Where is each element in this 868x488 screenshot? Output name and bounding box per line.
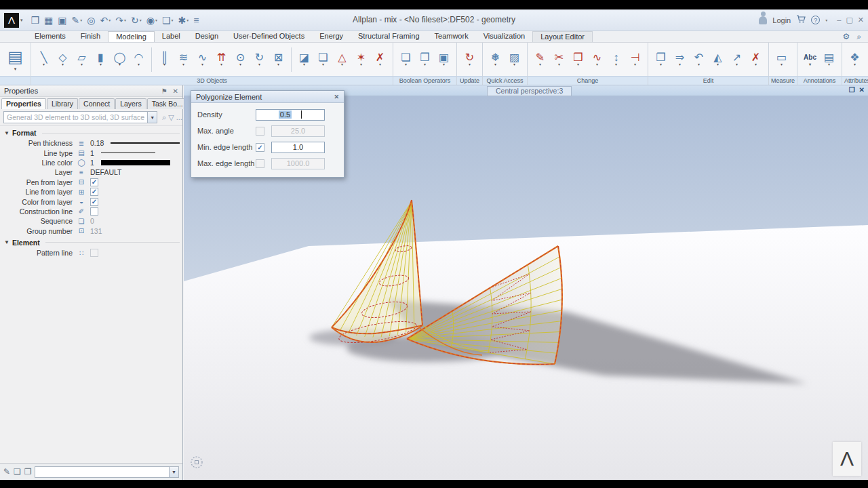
view-icon[interactable]: ◉▾: [145, 13, 159, 28]
plane-3d-icon-dropdown[interactable]: ▾: [81, 63, 83, 66]
edit-pencil-icon-dropdown[interactable]: ▾: [539, 63, 541, 66]
copy-icon-dropdown[interactable]: ▾: [660, 63, 662, 66]
measure-ruler-icon-dropdown[interactable]: ▾: [781, 63, 783, 66]
loft-surface-icon-dropdown[interactable]: ▾: [182, 63, 184, 66]
launcher-dropdown-icon[interactable]: ▾: [14, 66, 17, 72]
extrude-icon-dropdown[interactable]: ▾: [220, 63, 222, 66]
extrude-icon[interactable]: ⇈▾: [212, 46, 231, 73]
measure-ruler-icon[interactable]: ▭▾: [772, 46, 791, 73]
favorite-dropdown-icon[interactable]: ▼: [169, 467, 178, 477]
tab-label[interactable]: Label: [155, 31, 188, 42]
attributes-tag-icon[interactable]: ❖▾: [846, 46, 864, 73]
property-checkbox[interactable]: [90, 207, 98, 216]
freeform-3d-icon-dropdown[interactable]: ▾: [138, 63, 140, 66]
dialog-title-bar[interactable]: Polygonize Element ✕: [191, 91, 344, 103]
open-project-icon[interactable]: ❒: [30, 13, 41, 28]
join-elements-icon-dropdown[interactable]: ▾: [558, 63, 560, 66]
edit-pencil-icon[interactable]: ✎▾: [531, 46, 549, 73]
ribbon-launcher[interactable]: ▤▾: [0, 43, 31, 85]
tab-visualization[interactable]: Visualization: [476, 31, 533, 42]
cut-solid-icon[interactable]: ◪▾: [295, 46, 313, 73]
rotate-icon-dropdown[interactable]: ▾: [698, 63, 700, 66]
property-value[interactable]: 0.18: [90, 139, 104, 147]
copy-icon[interactable]: ❐▾: [652, 46, 670, 73]
line-3d-icon-dropdown[interactable]: ▾: [43, 63, 45, 66]
polygonize-element-icon-dropdown[interactable]: ▾: [341, 63, 343, 66]
loft-surface-icon[interactable]: ≋▾: [174, 46, 193, 73]
move-icon-dropdown[interactable]: ▾: [679, 63, 681, 66]
modify-solid-icon-dropdown[interactable]: ▾: [322, 63, 324, 66]
union-solids-icon[interactable]: ❏▾: [397, 46, 415, 73]
dialog-checkbox[interactable]: [256, 159, 264, 168]
spline-3d-icon[interactable]: ∿▾: [193, 46, 212, 73]
shop-cart-icon[interactable]: [796, 15, 806, 25]
close-button[interactable]: ✕: [858, 16, 864, 24]
text-abc-icon-dropdown[interactable]: ▾: [809, 63, 811, 66]
undo-icon[interactable]: ↶▾: [99, 13, 113, 28]
property-checkbox[interactable]: ✓: [90, 188, 98, 196]
legend-icon[interactable]: ▤▾: [820, 46, 838, 73]
legend-icon-dropdown[interactable]: ▾: [828, 63, 830, 66]
favorite-combo[interactable]: ▼: [35, 466, 179, 478]
line-color-swatch[interactable]: [101, 160, 170, 165]
adjust-polyline-icon-dropdown[interactable]: ▾: [596, 63, 598, 66]
tab-layout-editor[interactable]: Layout Editor: [532, 31, 593, 42]
mirror-icon-dropdown[interactable]: ▾: [717, 63, 719, 66]
revolve-icon-dropdown[interactable]: ▾: [239, 63, 241, 66]
settings-gear-icon[interactable]: ⚙: [843, 32, 850, 41]
panel-tab-library[interactable]: Library: [47, 98, 78, 109]
panel-tab-properties[interactable]: Properties: [1, 98, 46, 109]
swap-element-icon[interactable]: ❒▾: [569, 46, 587, 73]
tab-structural-framing[interactable]: Structural Framing: [351, 31, 427, 42]
tab-modeling[interactable]: Modeling: [108, 31, 155, 42]
stretch-entity-icon-dropdown[interactable]: ▾: [615, 63, 617, 66]
zoom-icon[interactable]: ◎: [85, 13, 96, 28]
search-icon[interactable]: ⌕: [856, 32, 861, 41]
pin-icon[interactable]: ⚑: [161, 87, 167, 95]
tab-elements[interactable]: Elements: [27, 31, 73, 42]
undo-icon-dropdown[interactable]: ▾: [108, 18, 111, 22]
repeat-icon-dropdown[interactable]: ▾: [140, 18, 142, 22]
line-3d-icon[interactable]: ╲▾: [35, 46, 53, 73]
parallel-extrude-icon[interactable]: ║▾: [155, 46, 174, 73]
combo-dropdown-icon[interactable]: ▼: [147, 112, 157, 123]
redo-icon[interactable]: ↷▾: [114, 13, 127, 28]
sweep-icon[interactable]: ↻▾: [250, 46, 269, 73]
property-value[interactable]: DEFAULT: [90, 168, 121, 176]
tab-energy[interactable]: Energy: [312, 31, 351, 42]
text-abc-icon[interactable]: Abc▾: [801, 46, 819, 73]
tab-user-defined-objects[interactable]: User-Defined Objects: [226, 31, 312, 42]
minimize-button[interactable]: –: [837, 16, 841, 24]
cylinder-3d-icon[interactable]: ▮▾: [92, 46, 110, 73]
property-checkbox[interactable]: ✓: [90, 178, 98, 186]
format-section-header[interactable]: ▼ Format: [0, 126, 182, 138]
explode-solid-icon[interactable]: ✶▾: [352, 46, 370, 73]
logo-dropdown-icon[interactable]: ▾: [20, 18, 23, 23]
delete-solid-icon-dropdown[interactable]: ▾: [379, 63, 381, 66]
sphere-3d-icon-dropdown[interactable]: ▾: [119, 63, 121, 66]
pick-properties-icon[interactable]: ✎: [3, 467, 10, 476]
login-button[interactable]: Login: [772, 16, 791, 24]
dialog-checkbox[interactable]: [256, 127, 264, 136]
panel-tab-connect[interactable]: Connect: [79, 98, 115, 109]
delete-icon-dropdown[interactable]: ▾: [755, 63, 757, 66]
more-commands-icon[interactable]: ≡: [192, 13, 200, 28]
tools-icon-dropdown[interactable]: ▾: [186, 18, 189, 22]
delete-icon[interactable]: ✗▾: [747, 46, 765, 73]
union-solids-icon-dropdown[interactable]: ▾: [405, 63, 407, 66]
property-checkbox[interactable]: [90, 249, 98, 257]
scale-icon[interactable]: ↗▾: [728, 46, 746, 73]
element-type-combo[interactable]: General 3D element to 3D solid, 3D surfa…: [3, 111, 157, 123]
help-dropdown-icon[interactable]: ▾: [825, 18, 827, 22]
rotate-icon[interactable]: ↶▾: [690, 46, 708, 73]
move-icon[interactable]: ⇒▾: [671, 46, 689, 73]
revolve-icon[interactable]: ⊙▾: [231, 46, 250, 73]
new-window-icon[interactable]: ❏▾: [161, 13, 175, 28]
property-checkbox[interactable]: ✓: [90, 198, 98, 206]
spline-3d-icon-dropdown[interactable]: ▾: [201, 63, 203, 66]
dialog-checkbox[interactable]: ✓: [256, 143, 264, 152]
intersect-solids-icon[interactable]: ❐▾: [416, 46, 434, 73]
render-mode-icon[interactable]: ❅▾: [486, 46, 505, 73]
explode-solid-icon-dropdown[interactable]: ▾: [360, 63, 362, 66]
repeat-icon[interactable]: ↻▾: [130, 13, 143, 28]
